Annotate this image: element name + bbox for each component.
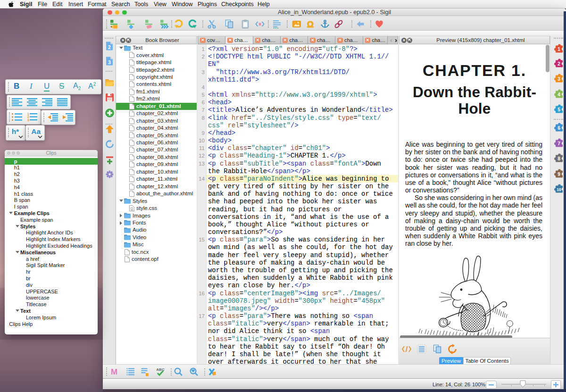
- svg-text:9: 9: [558, 172, 560, 177]
- svg-text:5: 5: [558, 107, 560, 112]
- svg-text:3: 3: [108, 59, 111, 65]
- svg-text:10: 10: [557, 187, 561, 192]
- svg-text:6: 6: [558, 125, 560, 131]
- svg-text:4: 4: [558, 92, 560, 97]
- svg-text:3: 3: [27, 118, 29, 121]
- svg-text:3: 3: [558, 76, 560, 81]
- svg-text:M: M: [111, 367, 117, 376]
- svg-text:8: 8: [558, 156, 560, 161]
- svg-text:7: 7: [558, 141, 560, 146]
- svg-text:2: 2: [558, 61, 560, 66]
- svg-text:Ω: Ω: [307, 20, 314, 29]
- svg-text:2: 2: [108, 44, 111, 50]
- svg-text:1: 1: [558, 46, 560, 51]
